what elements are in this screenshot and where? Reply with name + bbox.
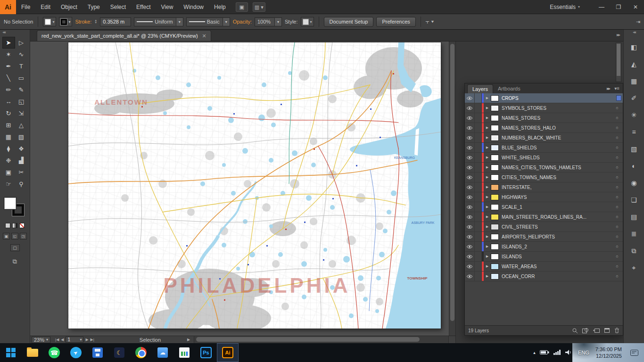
speaker-icon[interactable] (565, 348, 572, 357)
layer-row[interactable]: ▶ WATER_AREAS ○ (465, 262, 623, 272)
stroke-weight-field[interactable]: 0.3528 m (100, 17, 131, 26)
type-tool[interactable]: T (15, 60, 28, 72)
layer-name[interactable]: AIRPORTS_HELIPORTS (502, 234, 611, 239)
layer-row[interactable]: ▶ MAIN_STREETS_ROADS_LINES_RA... ○ (465, 212, 623, 222)
lock-toggle[interactable] (475, 202, 482, 212)
lock-toggle[interactable] (475, 212, 482, 222)
scale-tool[interactable]: ⇲ (15, 107, 28, 119)
lock-toggle[interactable] (475, 242, 482, 251)
layer-thumbnail[interactable] (491, 234, 499, 240)
taskbar-illustrator[interactable]: Ai (217, 343, 239, 362)
layer-row[interactable]: ▶ NAMES_STORES_HALO ○ (465, 123, 623, 133)
layer-thumbnail[interactable] (491, 273, 499, 280)
style-swatch-dropdown[interactable]: ▾ (301, 17, 314, 26)
color-panel-icon[interactable]: ◧ (628, 41, 640, 53)
stroke-weight-stepper[interactable]: ▲▼ (94, 19, 97, 24)
lock-toggle[interactable] (475, 93, 482, 103)
lock-toggle[interactable] (475, 262, 482, 271)
layer-target-icon[interactable]: ○ (611, 244, 623, 249)
lock-toggle[interactable] (475, 182, 482, 192)
expand-triangle-icon[interactable]: ▶ (484, 106, 491, 110)
visibility-eye-icon[interactable] (465, 232, 475, 241)
layer-name[interactable]: HIGHWAYS (502, 195, 611, 200)
transparency-panel-icon[interactable]: ◐ (628, 160, 640, 172)
horizontal-scrollbar[interactable] (194, 336, 448, 343)
artboard-number-field[interactable]: 1▾ (66, 337, 83, 343)
visibility-eye-icon[interactable] (465, 153, 475, 162)
layer-thumbnail[interactable] (491, 145, 499, 151)
layer-name[interactable]: NAMES_CITIES_TOWNS_HAMLETS (502, 165, 611, 170)
artboard[interactable]: ALLENTOWN PHILADELPHIA KEANSBURG ASBURY … (68, 42, 441, 329)
layer-name[interactable]: NUMBERS_BLACK_WHITE (502, 135, 611, 140)
last-artboard-button[interactable]: ▶| (91, 337, 94, 342)
restore-button[interactable]: ❐ (610, 1, 627, 13)
color-button[interactable] (5, 223, 10, 228)
visibility-eye-icon[interactable] (465, 252, 475, 261)
layer-thumbnail[interactable] (491, 184, 499, 190)
lasso-tool[interactable]: ∿ (15, 49, 28, 60)
layer-thumbnail[interactable] (491, 105, 499, 111)
lock-toggle[interactable] (475, 232, 482, 241)
layer-target-icon[interactable]: ○ (611, 165, 623, 170)
layer-row[interactable]: ▶ WHITE_SHIELDS ○ (465, 153, 623, 163)
layer-row[interactable]: ▶ INTERSTATE, ○ (465, 182, 623, 192)
screen-mode-button[interactable]: ▢ (10, 244, 20, 251)
dock-scrollbar-thumb[interactable] (617, 44, 620, 76)
menu-window[interactable]: Window (178, 0, 209, 14)
layer-thumbnail[interactable] (491, 125, 499, 131)
column-graph-tool[interactable]: ▟ (15, 155, 28, 166)
visibility-eye-icon[interactable] (465, 222, 475, 231)
trash-icon[interactable] (614, 328, 619, 333)
start-button[interactable] (0, 343, 22, 362)
layer-row[interactable]: ▶ SYMBOLS_STORES ○ (465, 103, 623, 113)
opacity-link[interactable]: Opacity: (233, 19, 252, 25)
expand-triangle-icon[interactable]: ▶ (484, 195, 491, 199)
expand-triangle-icon[interactable]: ▶ (484, 146, 491, 149)
paintbrush-tool[interactable]: ✏ (2, 84, 15, 96)
taskbar-weather[interactable]: ☁ (152, 343, 173, 362)
tab-artboards[interactable]: Artboards (493, 84, 525, 93)
tab-layers[interactable]: Layers (467, 84, 493, 93)
new-sublayer-icon[interactable] (593, 328, 600, 333)
layer-row[interactable]: ▶ SCALE_1 ○ (465, 202, 623, 212)
gradient-button[interactable] (12, 223, 17, 228)
visibility-eye-icon[interactable] (465, 133, 475, 142)
menu-type[interactable]: Type (83, 0, 105, 14)
perspective-grid-tool[interactable]: △ (15, 119, 28, 131)
graphic-styles-panel-icon[interactable]: ❏ (628, 194, 640, 206)
expand-triangle-icon[interactable]: ▶ (484, 126, 491, 130)
layer-row[interactable]: ▶ NAMES_STORES ○ (465, 113, 623, 123)
workspace-switcher[interactable]: Essentials▾ (550, 4, 580, 10)
clipping-mask-icon[interactable] (582, 328, 589, 333)
layer-row[interactable]: ▶ NUMBERS_BLACK_WHITE ○ (465, 133, 623, 143)
horizontal-scrollbar-thumb[interactable] (196, 337, 420, 342)
free-transform-tool[interactable]: ◱ (15, 96, 28, 107)
layer-thumbnail[interactable] (491, 263, 499, 270)
visibility-eye-icon[interactable] (465, 123, 475, 132)
layer-thumbnail[interactable] (491, 244, 499, 250)
panel-menu-icon[interactable]: ▾≡ (614, 86, 619, 91)
document-tab[interactable]: red_new_york_state_part_complete_all.ai*… (37, 30, 211, 41)
magic-wand-tool[interactable]: ✶ (2, 49, 15, 60)
action-center-icon[interactable] (626, 350, 642, 356)
draw-behind-button[interactable]: ◱ (11, 233, 18, 239)
opacity-select[interactable]: 100%▾ (255, 17, 282, 26)
expand-triangle-icon[interactable]: ▶ (484, 245, 491, 248)
lock-toggle[interactable] (475, 252, 482, 261)
visibility-eye-icon[interactable] (465, 212, 475, 222)
layer-thumbnail[interactable] (491, 194, 499, 200)
taskbar-night-mode[interactable]: ☾ (108, 343, 130, 362)
fill-color-proxy[interactable] (4, 197, 16, 209)
network-icon[interactable] (553, 348, 561, 357)
lock-toggle[interactable] (475, 272, 482, 281)
layer-name[interactable]: SCALE_1 (502, 205, 611, 210)
next-artboard-button[interactable]: ▶ (85, 337, 88, 342)
layer-thumbnail[interactable] (491, 174, 499, 181)
align-glyphs-icon[interactable]: ⫟ ▾ (426, 18, 434, 25)
layer-row[interactable]: ▶ CITIES_TOWNS_NAMES ○ (465, 173, 623, 182)
layer-thumbnail[interactable] (491, 165, 499, 171)
layer-name[interactable]: WHITE_SHIELDS (502, 155, 611, 160)
gradient-panel-icon[interactable]: ▧ (628, 143, 640, 155)
layer-target-icon[interactable]: ○ (611, 195, 623, 199)
layer-name[interactable]: WATER_AREAS (502, 264, 611, 269)
